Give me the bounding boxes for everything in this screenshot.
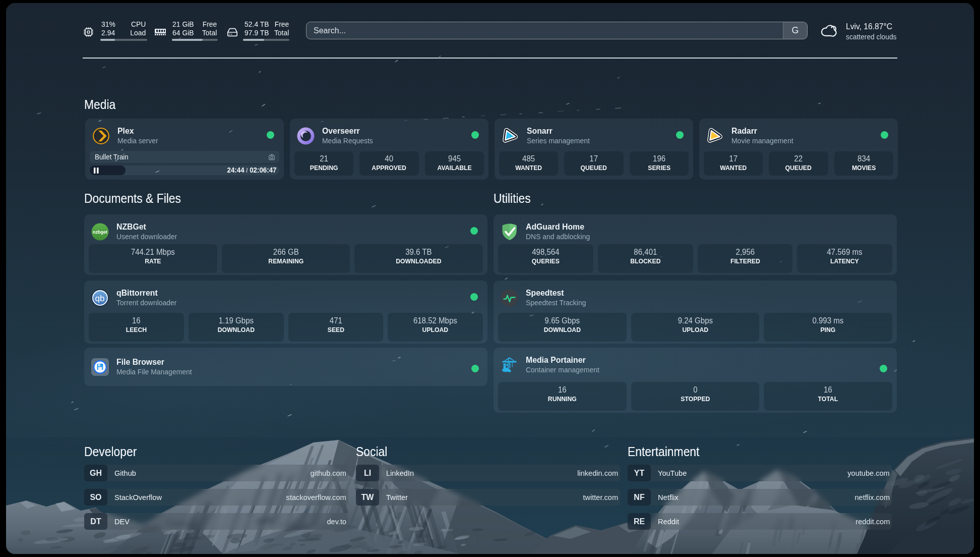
svg-text:nzbget: nzbget — [93, 230, 107, 235]
svg-text:qb: qb — [95, 293, 105, 303]
